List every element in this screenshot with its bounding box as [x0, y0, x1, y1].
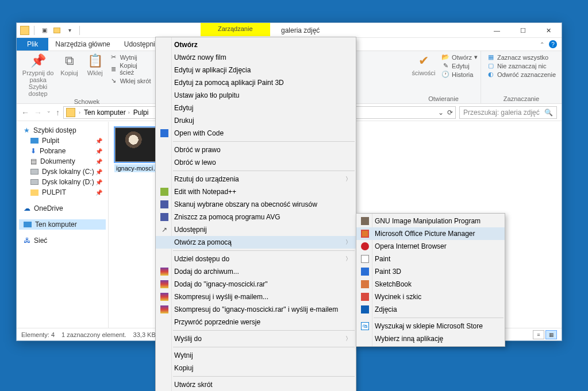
refresh-icon[interactable]: ⟳ — [447, 109, 453, 117]
menu-item-icon — [159, 293, 170, 301]
select-none-button[interactable]: ▢Nie zaznaczaj nic — [487, 62, 556, 69]
submenu-item-label: Zdjęcia — [375, 305, 397, 313]
invert-selection-button[interactable]: ◐Odwróć zaznaczenie — [487, 71, 556, 78]
menu-item[interactable]: Edytuj — [156, 102, 356, 114]
address-dropdown-icon[interactable]: ⌄ — [438, 109, 444, 117]
submenu-item[interactable]: Microsoft Office Picture Manager — [356, 227, 505, 240]
app-icon — [360, 230, 370, 238]
properties-button[interactable]: ✔ ściwości — [409, 53, 438, 76]
submenu-item[interactable]: Paint 3D — [356, 265, 505, 278]
menu-item[interactable]: Skompresuj i wyślij e-mailem... — [156, 291, 356, 303]
file-thumbnail-image — [115, 127, 161, 162]
tab-home[interactable]: Narzędzia główne — [48, 38, 117, 51]
menu-item[interactable]: Zniszcz za pomocą programu AVG — [156, 211, 356, 223]
sidebar-item-documents[interactable]: ▤Dokumenty📌 — [19, 156, 106, 167]
forward-button[interactable]: → — [34, 108, 42, 117]
up-button[interactable]: ↑ — [56, 108, 60, 117]
maximize-button[interactable]: ☐ — [510, 23, 536, 38]
menu-item[interactable]: Utwórz skrót — [156, 378, 356, 391]
paste-button[interactable]: 📋 Wklej — [84, 53, 106, 76]
cut-button[interactable]: ✂Wytnij — [110, 53, 152, 61]
history-button[interactable]: 🕐Historia — [441, 71, 478, 78]
window-title: galeria zdjęć — [281, 26, 320, 34]
app-icon — [360, 217, 370, 226]
qat-folder-icon[interactable] — [52, 25, 62, 36]
paste-shortcut-button[interactable]: ↘Wklej skrót — [110, 77, 152, 84]
menu-item[interactable]: Rzutuj do urządzenia〉 — [156, 173, 356, 185]
menu-item[interactable]: Dodaj do "ignacy-moscicki.rar" — [156, 278, 356, 291]
menu-item[interactable]: Open with Code — [156, 127, 356, 140]
breadcrumb-seg[interactable]: Pulpi — [133, 109, 149, 117]
menu-item[interactable]: Przywróć poprzednie wersje — [156, 316, 356, 328]
collapse-ribbon-icon[interactable]: ⌃ — [540, 41, 544, 48]
submenu-item[interactable]: Paint — [356, 253, 505, 265]
contextual-tab[interactable]: Zarządzanie — [201, 23, 270, 36]
menu-item[interactable]: Ustaw jako tło pulpitu — [156, 89, 356, 102]
menu-item[interactable]: Edytuj w aplikacji Zdjęcia — [156, 64, 356, 76]
back-button[interactable]: ← — [21, 108, 29, 117]
recent-button[interactable]: ⌄ — [47, 108, 51, 117]
submenu-item[interactable]: SketchBook — [356, 278, 505, 291]
qat-properties-icon[interactable]: ▣ — [39, 25, 49, 36]
submenu-item[interactable]: Zdjęcia — [356, 303, 505, 316]
view-details-button[interactable]: ≡ — [533, 330, 544, 339]
select-all-button[interactable]: ▦Zaznacz wszystko — [487, 53, 556, 61]
menu-item[interactable]: Skanuj wybrane obszary na obecność wirus… — [156, 198, 356, 211]
menu-item[interactable]: Otwórz za pomocą〉 — [156, 236, 356, 249]
menu-item[interactable]: Kopiuj — [156, 362, 356, 374]
context-menu: OtwórzUtwórz nowy filmEdytuj w aplikacji… — [155, 37, 356, 391]
menu-item[interactable]: Drukuj — [156, 114, 356, 127]
view-large-button[interactable]: ▦ — [545, 330, 557, 339]
help-icon[interactable]: ? — [549, 40, 557, 48]
menu-item[interactable]: Utwórz nowy film — [156, 51, 356, 64]
submenu-item[interactable]: Opera Internet Browser — [356, 240, 505, 253]
menu-item[interactable]: Wytnij — [156, 349, 356, 362]
search-icon: 🔍 — [544, 109, 553, 117]
submenu-item[interactable]: Wybierz inną aplikację — [356, 332, 505, 345]
menu-item-label: Skompresuj i wyślij e-mailem... — [174, 293, 268, 301]
sidebar-onedrive[interactable]: ☁OneDrive — [19, 203, 106, 214]
ribbon-group-clipboard: 📌 Przypnij do paska Szybki dostęp ⧉ Kopi… — [17, 51, 157, 103]
sidebar-item-downloads[interactable]: ⬇Pobrane📌 — [19, 146, 106, 156]
sidebar-item-pulpit[interactable]: PULPIT📌 — [19, 187, 106, 198]
quick-access-toolbar: ▣ ▾ — [17, 25, 82, 36]
file-thumb[interactable]: ignacy-moscicki — [114, 127, 162, 172]
menu-item-icon — [159, 268, 170, 276]
sidebar-quick-access[interactable]: ★ Szybki dostęp — [19, 125, 106, 136]
menu-item[interactable]: Skompresuj do "ignacy-moscicki.rar" i wy… — [156, 303, 356, 316]
menu-item[interactable]: Udziel dostępu do〉 — [156, 253, 356, 265]
copy-button[interactable]: ⧉ Kopiuj — [58, 53, 80, 76]
breadcrumb-seg[interactable]: Ten komputer› — [84, 109, 131, 117]
menu-item[interactable]: Obróć w lewo — [156, 156, 356, 169]
sidebar-item-drive-c[interactable]: Dysk lokalny (C:)📌 — [19, 167, 106, 177]
search-input[interactable]: Przeszukaj: galeria zdjęć 🔍 — [459, 106, 557, 119]
minimize-button[interactable]: — — [484, 23, 510, 38]
tab-file[interactable]: Plik — [17, 38, 48, 51]
copy-path-button[interactable]: ≣Kopiuj ścież — [110, 62, 152, 76]
submenu-item[interactable]: Wycinek i szkic — [356, 291, 505, 303]
app-icon — [360, 280, 370, 289]
close-button[interactable]: ✕ — [536, 23, 562, 38]
scissors-icon: ✂ — [110, 53, 118, 61]
submenu-item[interactable]: GNU Image Manipulation Program — [356, 215, 505, 227]
sidebar-this-pc[interactable]: Ten komputer — [19, 219, 106, 230]
paste-icon: 📋 — [87, 53, 103, 68]
app-icon — [20, 26, 29, 35]
sidebar-network[interactable]: 🖧Sieć — [19, 235, 106, 246]
submenu-item[interactable]: 🛍Wyszukaj w sklepie Microsoft Store — [356, 320, 505, 332]
menu-item[interactable]: Otwórz — [156, 38, 356, 51]
menu-item[interactable]: Wyślij do〉 — [156, 332, 356, 345]
pin-icon: 📌 — [30, 53, 46, 68]
sidebar-item-desktop[interactable]: Pulpit📌 — [19, 136, 106, 146]
pin-button[interactable]: 📌 Przypnij do paska Szybki dostęp — [21, 53, 55, 97]
menu-item[interactable]: ↗Udostępnij — [156, 223, 356, 236]
menu-item[interactable]: Dodaj do archiwum... — [156, 265, 356, 278]
menu-item[interactable]: Obróć w prawo — [156, 144, 356, 156]
menu-item-label: Utwórz nowy film — [174, 53, 226, 61]
qat-dropdown-icon[interactable]: ▾ — [64, 25, 75, 36]
sidebar-item-drive-d[interactable]: Dysk lokalny (D:)📌 — [19, 177, 106, 187]
menu-item[interactable]: Edytuj za pomocą aplikacji Paint 3D — [156, 76, 356, 89]
menu-item[interactable]: Edit with Notepad++ — [156, 185, 356, 198]
edit-button[interactable]: ✎Edytuj — [441, 62, 478, 69]
open-with-button[interactable]: 📂Otwórz ▾ — [441, 53, 478, 61]
